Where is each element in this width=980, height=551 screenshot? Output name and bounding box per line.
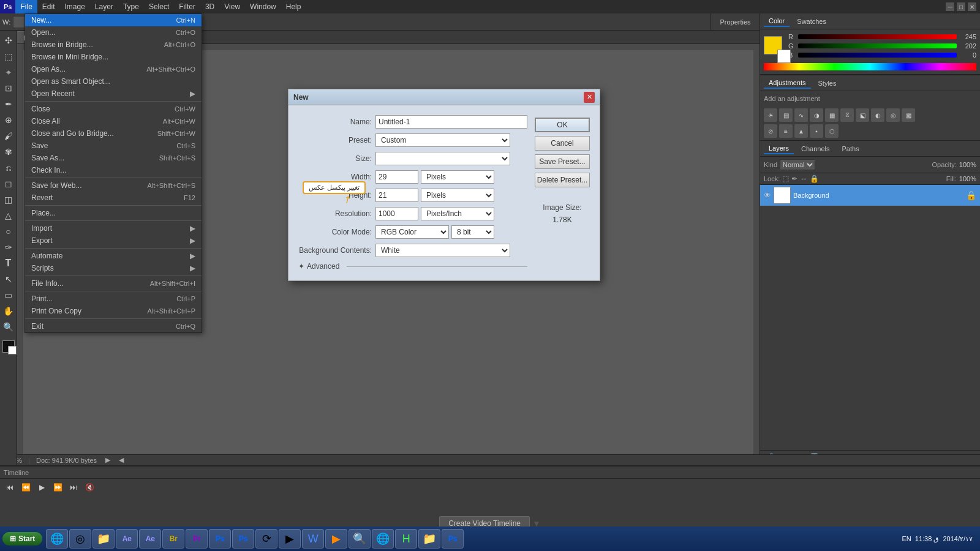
photo-filter-icon[interactable]: ◎ xyxy=(886,108,900,122)
hand-tool[interactable]: ✋ xyxy=(1,304,16,318)
brightness-icon[interactable]: ☀ xyxy=(764,108,777,122)
collapse-status-icon[interactable]: ◀ xyxy=(119,456,124,464)
tl-prev-frame[interactable]: ⏪ xyxy=(20,481,32,493)
menu-print[interactable]: Print... Ctrl+P xyxy=(25,293,202,305)
move-tool[interactable]: ✣ xyxy=(1,33,16,48)
taskbar-explorer[interactable]: 📁 xyxy=(92,529,115,549)
taskbar-ie[interactable]: 🌐 xyxy=(46,529,68,549)
maximize-button[interactable]: □ xyxy=(957,2,965,11)
color-balance-icon[interactable]: ⬕ xyxy=(856,108,869,122)
swatches-panel-tab[interactable]: Swatches xyxy=(792,17,831,26)
taskbar-ps2[interactable]: Ps xyxy=(232,529,254,549)
menu-browse-bridge[interactable]: Browse in Bridge... Alt+Ctrl+O xyxy=(25,39,202,51)
b-slider[interactable] xyxy=(798,53,957,58)
menu-view[interactable]: View xyxy=(219,0,245,13)
pen-tool[interactable]: ✑ xyxy=(1,240,16,255)
start-button[interactable]: ⊞ Start xyxy=(2,532,42,545)
tl-next-frame[interactable]: ⏩ xyxy=(51,481,64,493)
taskbar-folder2[interactable]: 📁 xyxy=(418,529,440,549)
channels-tab[interactable]: Channels xyxy=(796,144,834,154)
foreground-color[interactable] xyxy=(2,340,15,353)
color-swatches[interactable] xyxy=(764,36,786,58)
menu-file[interactable]: File xyxy=(15,0,37,13)
tl-audio[interactable]: 🔇 xyxy=(83,481,96,493)
advanced-row[interactable]: ✦ Advanced xyxy=(298,262,527,271)
styles-tab[interactable]: Styles xyxy=(813,78,842,88)
bw-icon[interactable]: ◐ xyxy=(871,108,884,122)
menu-automate[interactable]: Automate ▶ xyxy=(25,250,202,262)
lock-paint-icon[interactable]: ✒ xyxy=(791,174,797,183)
delete-preset-button[interactable]: Delete Preset... xyxy=(535,173,590,187)
menu-open-as[interactable]: Open As... Alt+Shift+Ctrl+O xyxy=(25,63,202,75)
hsl-icon[interactable]: ⧖ xyxy=(840,108,854,122)
menu-help[interactable]: Help xyxy=(281,0,306,13)
resolution-input[interactable] xyxy=(375,207,418,220)
menu-select[interactable]: Select xyxy=(144,0,174,13)
path-select-tool[interactable]: ↖ xyxy=(1,272,16,287)
taskbar-word[interactable]: W xyxy=(302,529,324,549)
width-input[interactable] xyxy=(375,170,418,184)
menu-image[interactable]: Image xyxy=(60,0,90,13)
taskbar-ae2[interactable]: Ae xyxy=(139,529,161,549)
crop-tool[interactable]: ⊡ xyxy=(1,81,16,96)
gradient-tool[interactable]: ◫ xyxy=(1,192,16,207)
taskbar-ps[interactable]: Ps xyxy=(209,529,231,549)
channel-mixer-icon[interactable]: ▩ xyxy=(902,108,915,122)
taskbar-media[interactable]: ▶ xyxy=(279,529,301,549)
bg-contents-select[interactable]: White xyxy=(375,244,510,257)
paths-tab[interactable]: Paths xyxy=(837,144,864,154)
menu-save[interactable]: Save Ctrl+S xyxy=(25,140,202,152)
color-spectrum[interactable] xyxy=(764,63,976,70)
menu-scripts[interactable]: Scripts ▶ xyxy=(25,262,202,274)
g-slider[interactable] xyxy=(798,43,957,48)
menu-close-all[interactable]: Close All Alt+Ctrl+W xyxy=(25,115,202,127)
size-select[interactable] xyxy=(375,152,510,165)
tl-play[interactable]: ▶ xyxy=(36,481,48,493)
menu-save-web[interactable]: Save for Web... Alt+Shift+Ctrl+S xyxy=(25,179,202,192)
name-input[interactable] xyxy=(375,115,527,129)
menu-import[interactable]: Import ▶ xyxy=(25,222,202,234)
levels-icon[interactable]: ▤ xyxy=(779,108,793,122)
blend-mode-select[interactable]: Normal xyxy=(780,159,815,170)
taskbar-rotate[interactable]: ⟳ xyxy=(255,529,277,549)
ok-button[interactable]: OK xyxy=(535,118,590,132)
exposure-icon[interactable]: ◑ xyxy=(810,108,823,122)
taskbar-pr[interactable]: Pr xyxy=(186,529,208,549)
close-button[interactable]: ✕ xyxy=(968,2,976,11)
history-tool[interactable]: ⎌ xyxy=(1,160,16,175)
height-input[interactable] xyxy=(375,189,418,202)
bit-depth-select[interactable]: 8 bit xyxy=(451,225,494,239)
taskbar-search[interactable]: 🔍 xyxy=(349,529,371,549)
lock-transparent-icon[interactable]: ⬚ xyxy=(782,174,789,183)
menu-type[interactable]: Type xyxy=(118,0,144,13)
menu-filter[interactable]: Filter xyxy=(174,0,200,13)
brush-tool[interactable]: 🖌 xyxy=(1,129,16,143)
color-mode-select[interactable]: RGB Color xyxy=(375,225,449,239)
menu-revert[interactable]: Revert F12 xyxy=(25,192,202,204)
taskbar-browser2[interactable]: 🌐 xyxy=(372,529,394,549)
menu-open[interactable]: Open... Ctrl+O xyxy=(25,26,202,39)
r-slider[interactable] xyxy=(798,34,957,39)
lock-position-icon[interactable]: ↔ xyxy=(800,174,807,183)
menu-close[interactable]: Close Ctrl+W xyxy=(25,103,202,115)
shape-tool[interactable]: ▭ xyxy=(1,288,16,302)
taskbar-ps3[interactable]: Ps xyxy=(442,529,464,549)
taskbar-green[interactable]: H xyxy=(395,529,417,549)
menu-window[interactable]: Window xyxy=(245,0,281,13)
save-preset-button[interactable]: Save Preset... xyxy=(535,154,590,169)
menu-browse-mini[interactable]: Browse in Mini Bridge... xyxy=(25,51,202,63)
threshold-icon[interactable]: ▲ xyxy=(794,124,808,138)
minimize-button[interactable]: ─ xyxy=(946,2,954,11)
tl-last-frame[interactable]: ⏭ xyxy=(67,481,80,493)
gradient-map-icon[interactable]: ▪ xyxy=(810,124,823,138)
menu-edit[interactable]: Edit xyxy=(37,0,60,13)
eraser-tool[interactable]: ◻ xyxy=(1,176,16,191)
menu-layer[interactable]: Layer xyxy=(90,0,118,13)
lasso-tool[interactable]: ⌖ xyxy=(1,65,16,80)
adjustments-tab[interactable]: Adjustments xyxy=(764,78,811,89)
background-color[interactable] xyxy=(8,346,17,354)
menu-place[interactable]: Place... xyxy=(25,207,202,219)
layers-tab[interactable]: Layers xyxy=(764,143,794,154)
curves-icon[interactable]: ∿ xyxy=(794,108,808,122)
cancel-button[interactable]: Cancel xyxy=(535,136,590,151)
